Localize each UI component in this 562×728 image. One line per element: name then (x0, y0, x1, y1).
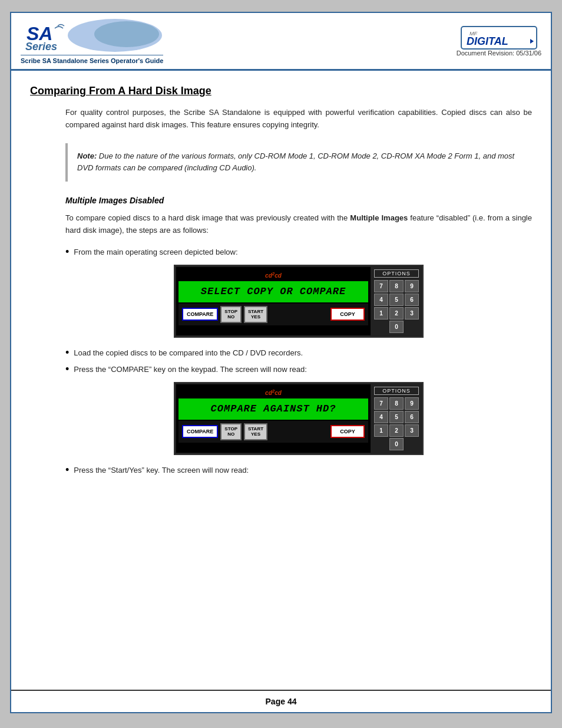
device-2-screen-section: cd2cd COMPARE AGAINST HD? COMPARE STOP N… (176, 384, 371, 453)
intro-paragraph: For quality control purposes, the Scribe… (65, 107, 532, 131)
device-2-keypad: OPTIONS 7 8 9 4 5 6 1 2 3 0 (372, 384, 421, 453)
device-1-display-text: SELECT COPY OR COMPARE (201, 286, 346, 297)
d2-key-6[interactable]: 6 (405, 411, 419, 423)
bullet-item-3: • Press the “COMPARE” key on the keypad.… (65, 364, 532, 375)
bullet-text-3: Press the “COMPARE” key on the keypad. T… (74, 364, 306, 375)
svg-text:DIGITAL: DIGITAL (467, 35, 508, 47)
device-2-stop-button[interactable]: STOP NO (220, 423, 242, 440)
key-9[interactable]: 9 (405, 280, 419, 292)
bullet-text-1: From the main operating screen depicted … (74, 246, 237, 258)
device-1: cd2cd SELECT COPY OR COMPARE COMPARE STO… (174, 265, 424, 338)
bullet-dot-2: • (65, 347, 69, 358)
device-1-start-button[interactable]: START YES (244, 306, 267, 323)
page-number: Page 44 (266, 697, 297, 706)
svg-point-1 (94, 21, 159, 47)
device-1-stop-button[interactable]: STOP NO (220, 306, 242, 323)
section-title: Comparing From A Hard Disk Image (30, 85, 532, 97)
device-1-screen-section: cd2cd SELECT COPY OR COMPARE COMPARE STO… (176, 267, 371, 335)
bullet-item-2: • Load the copied discs to be compared i… (65, 347, 532, 359)
bullet-list-4: • Press the “Start/Yes” key. The screen … (65, 465, 532, 476)
d2-key-1[interactable]: 1 (374, 424, 388, 437)
d2-key-7[interactable]: 7 (374, 397, 388, 410)
bullet-list: • From the main operating screen depicte… (65, 246, 532, 258)
d2-key-0[interactable]: 0 (389, 438, 404, 450)
device-1-brand: cd2cd (178, 269, 368, 279)
svg-text:Series: Series (25, 41, 57, 52)
key-4[interactable]: 4 (374, 294, 388, 306)
key-6[interactable]: 6 (405, 294, 419, 306)
device-2: cd2cd COMPARE AGAINST HD? COMPARE STOP N… (174, 382, 424, 455)
page-container: SA Series Scribe SA Standalone Series Op… (10, 12, 552, 713)
bullet-text-4: Press the “Start/Yes” key. The screen wi… (74, 465, 249, 476)
bullet-text-2: Load the copied discs to be compared int… (74, 347, 303, 359)
guide-title: Scribe SA Standalone Series Operator's G… (21, 55, 163, 64)
device-2-compare-button[interactable]: COMPARE (182, 425, 218, 438)
key-3[interactable]: 3 (405, 307, 419, 319)
device-1-compare-button[interactable]: COMPARE (182, 308, 218, 321)
note-label: Note: (77, 151, 97, 160)
device-2-display-text: COMPARE AGAINST HD? (211, 403, 336, 414)
header-logo-area: SA Series Scribe SA Standalone Series Op… (21, 18, 163, 64)
key-0[interactable]: 0 (389, 321, 404, 333)
header-info: MF DIGITAL Document Revision: 05/31/06 (457, 26, 541, 57)
device-1-buttons: COMPARE STOP NO START YES COPY (178, 304, 368, 325)
device-2-start-button[interactable]: START YES (244, 423, 267, 440)
key-1[interactable]: 1 (374, 307, 388, 319)
device-2-brand: cd2cd (178, 387, 368, 397)
key-5[interactable]: 5 (389, 294, 404, 306)
mf-digital-logo: MF DIGITAL (461, 26, 537, 50)
bullet-item-1: • From the main operating screen depicte… (65, 246, 532, 258)
device-1-copy-button[interactable]: COPY (330, 308, 365, 321)
device-2-copy-button[interactable]: COPY (330, 425, 365, 438)
device-1-wrapper: cd2cd SELECT COPY OR COMPARE COMPARE STO… (65, 265, 532, 338)
d2-key-5[interactable]: 5 (389, 411, 404, 423)
device-2-wrapper: cd2cd COMPARE AGAINST HD? COMPARE STOP N… (65, 382, 532, 455)
sub-heading: Multiple Images Disabled (65, 196, 532, 205)
sa-series-logo: SA Series (21, 18, 162, 53)
bullet-item-4: • Press the “Start/Yes” key. The screen … (65, 465, 532, 476)
note-body: Due to the nature of the various formats… (77, 151, 514, 173)
note-box: Note: Due to the nature of the various f… (65, 143, 532, 182)
device-1-display: SELECT COPY OR COMPARE (178, 281, 368, 302)
key-7[interactable]: 7 (374, 280, 388, 292)
device-1-keypad-grid: 7 8 9 4 5 6 1 2 3 0 (374, 280, 419, 333)
footer: Page 44 (11, 690, 551, 712)
main-content: Comparing From A Hard Disk Image For qua… (11, 71, 551, 690)
d2-key-4[interactable]: 4 (374, 411, 388, 423)
bullet-dot-1: • (65, 246, 69, 257)
device-2-options-label: OPTIONS (374, 387, 419, 395)
device-1-options-label: OPTIONS (374, 269, 419, 278)
d2-key-8[interactable]: 8 (389, 397, 404, 410)
device-2-buttons: COMPARE STOP NO START YES COPY (178, 421, 368, 443)
note-text: Note: Due to the nature of the various f… (77, 150, 523, 175)
d2-key-9[interactable]: 9 (405, 397, 419, 410)
header-logo-top: SA Series (21, 18, 163, 53)
device-2-keypad-grid: 7 8 9 4 5 6 1 2 3 0 (374, 397, 419, 450)
d2-key-3[interactable]: 3 (405, 424, 419, 437)
document-revision: Document Revision: 05/31/06 (457, 50, 541, 57)
bullet-dot-3: • (65, 364, 69, 374)
bullet-dot-4: • (65, 465, 69, 475)
body1-bold: Multiple Images (350, 213, 408, 222)
body1-start: To compare copied discs to a hard disk i… (65, 213, 348, 222)
device-2-display: COMPARE AGAINST HD? (178, 398, 368, 420)
header: SA Series Scribe SA Standalone Series Op… (11, 13, 551, 71)
key-8[interactable]: 8 (389, 280, 404, 292)
device-1-keypad: OPTIONS 7 8 9 4 5 6 1 2 3 0 (372, 267, 421, 335)
bullet-list-2: • Load the copied discs to be compared i… (65, 347, 532, 375)
d2-key-2[interactable]: 2 (389, 424, 404, 437)
body-paragraph: To compare copied discs to a hard disk i… (65, 212, 532, 237)
key-2[interactable]: 2 (389, 307, 404, 319)
